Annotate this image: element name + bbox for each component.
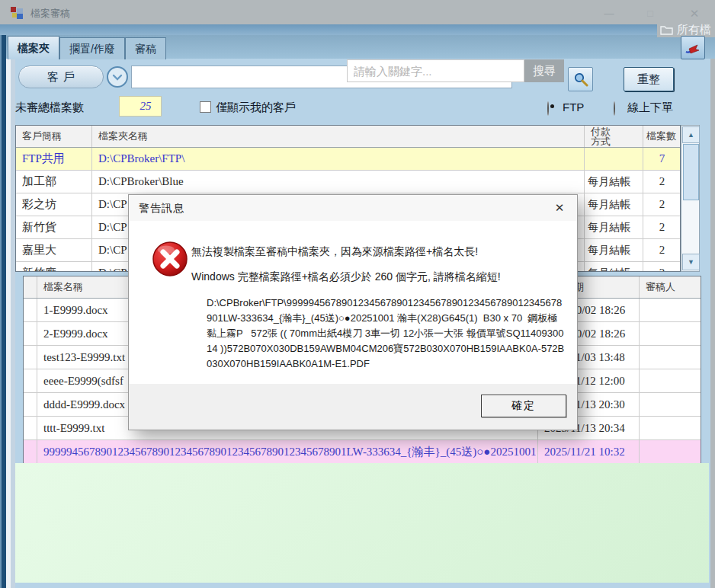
unreviewed-count-label: 未審總檔案數 <box>15 101 84 115</box>
cell-payment: 每月結帳 <box>585 239 643 261</box>
unreviewed-count-value: 25 <box>119 96 162 117</box>
keyword-search-input[interactable] <box>347 59 524 82</box>
tab-bar: 檔案夾 擱置/作廢 審稿 <box>8 36 166 59</box>
tab-review-label: 審稿 <box>135 43 156 55</box>
cell-count: 2 <box>643 171 681 193</box>
cell-folder: D:\CPBroker\Blue <box>92 171 585 193</box>
dialog-close-button[interactable]: ✕ <box>542 195 577 221</box>
cell-reviewer <box>640 346 701 369</box>
tab-review[interactable]: 審稿 <box>125 37 166 59</box>
scroll-down-button[interactable]: ▼ <box>682 254 700 270</box>
cell-selector <box>24 346 37 369</box>
scroll-down-icon: ▼ <box>688 258 694 266</box>
only-my-customers-label: 僅顯示我的客戶 <box>216 101 296 115</box>
online-order-radio-label: 線上下單 <box>627 101 673 115</box>
dialog-close-icon: ✕ <box>555 201 565 215</box>
ok-button-label: 確定 <box>511 399 536 413</box>
tab-folders[interactable]: 檔案夾 <box>8 36 59 59</box>
tab-hold-void[interactable]: 擱置/作廢 <box>59 37 125 59</box>
cell-customer: 新竹貨 <box>16 216 92 238</box>
minimize-button[interactable]: — <box>599 6 619 21</box>
header-payment-label: 付款方式 <box>591 126 614 146</box>
header-customer[interactable]: 客戶簡稱 <box>16 126 92 147</box>
cell-count: 2 <box>643 216 681 238</box>
dialog-footer: 確定 <box>129 384 577 430</box>
cell-reviewer <box>640 299 701 321</box>
dialog-titlebar: 警告訊息 ✕ <box>129 195 577 221</box>
app-icon-blue-square <box>17 14 23 19</box>
cell-selector <box>24 393 37 416</box>
cell-customer: 加工部 <box>16 171 92 193</box>
dialog-file-path: D:\CPBroker\FTP\999994567890123456789012… <box>207 296 565 372</box>
customer-button[interactable]: 客戶 <box>18 66 104 88</box>
scroll-up-button[interactable]: ▲ <box>682 126 700 143</box>
cell-selector <box>24 299 37 321</box>
app-icon-gray-square <box>17 8 23 14</box>
cell-selector <box>24 369 37 392</box>
dialog-message-1: 無法複製檔案至審稿中檔案夾，因為來源檔案路徑+檔名太長! <box>191 245 478 259</box>
exit-button[interactable] <box>681 36 705 59</box>
cell-date: 2025/11/21 10:32 <box>538 440 640 463</box>
ftp-radio[interactable] <box>547 101 549 116</box>
cell-reviewer <box>640 322 701 345</box>
cell-folder: D:\CPBroker\FTP\ <box>92 148 585 170</box>
folders-table-header: 客戶簡稱 檔案夾名稱 付款方式 檔案數 <box>16 126 680 148</box>
maximize-button[interactable]: □ <box>640 6 660 21</box>
cell-payment <box>585 148 643 170</box>
maximize-icon: □ <box>647 8 653 19</box>
cell-reviewer <box>640 393 701 416</box>
cell-customer: 嘉里大 <box>16 239 92 261</box>
advanced-search-button[interactable] <box>568 67 593 91</box>
tab-folders-label: 檔案夾 <box>18 42 50 54</box>
cell-reviewer <box>640 417 701 439</box>
preview-panel <box>15 463 709 583</box>
window-title: 檔案審稿 <box>30 7 70 21</box>
warning-dialog: 警告訊息 ✕ 無法複製檔案至審稿中檔案夾，因為來源檔案路徑+檔名太長! Wind… <box>128 194 578 430</box>
cell-selector <box>24 440 37 463</box>
refresh-button-label: 重整 <box>637 72 660 87</box>
cell-payment: 每月結帳 <box>585 193 643 216</box>
search-button[interactable]: 搜尋 <box>524 59 564 82</box>
customer-button-label: 客戶 <box>47 70 79 85</box>
header-folder[interactable]: 檔案夾名稱 <box>92 126 585 147</box>
cell-count: 2 <box>643 193 681 216</box>
cell-count: 7 <box>643 148 681 170</box>
header-reviewer[interactable]: 審稿人 <box>640 276 701 298</box>
customer-dropdown-button[interactable] <box>107 66 128 88</box>
window-titlebar: 檔案審稿 — □ ✕ <box>0 0 715 24</box>
only-my-customers-checkbox[interactable] <box>200 101 211 113</box>
cell-count: 2 <box>643 262 681 272</box>
scrollbar-thumb[interactable] <box>683 144 699 200</box>
minimize-icon: — <box>604 8 614 19</box>
error-icon <box>152 241 188 277</box>
folders-table-scrollbar[interactable]: ▲ ▼ <box>681 125 700 272</box>
app-icon-red-square <box>11 7 16 12</box>
cell-customer: 新竹廠 <box>16 262 92 272</box>
close-icon: ✕ <box>690 7 700 20</box>
magnifier-icon <box>573 72 588 87</box>
header-count[interactable]: 檔案數 <box>643 126 681 147</box>
cell-count: 2 <box>643 239 681 261</box>
cell-selector <box>24 322 37 345</box>
app-window: 檔案審稿 — □ ✕ 所有檔 檔案夾 擱置/作廢 審稿 客戶 <box>0 0 715 588</box>
scroll-up-icon: ▲ <box>688 131 694 139</box>
window-chrome-band <box>0 24 715 35</box>
exit-arrow-icon <box>685 40 701 56</box>
header-selector <box>24 276 37 298</box>
cell-reviewer <box>640 440 701 463</box>
app-icon <box>11 7 23 19</box>
search-button-label: 搜尋 <box>533 64 556 78</box>
table-row[interactable]: 加工部 D:\CPBroker\Blue 每月結帳 2 <box>16 171 680 193</box>
cell-customer: 彩之坊 <box>16 193 92 216</box>
ftp-radio-label: FTP <box>563 101 584 113</box>
header-payment[interactable]: 付款方式 <box>585 126 643 147</box>
refresh-button[interactable]: 重整 <box>624 67 674 91</box>
table-row-selected[interactable]: 9999945678901234567890123456789012345678… <box>24 440 701 464</box>
table-row[interactable]: FTP共用 D:\CPBroker\FTP\ 7 <box>16 148 680 171</box>
ok-button[interactable]: 確定 <box>481 395 566 417</box>
folder-icon <box>660 24 673 35</box>
online-order-radio[interactable] <box>614 101 615 116</box>
cell-reviewer <box>640 369 701 392</box>
cell-payment: 每月結帳 <box>585 171 643 193</box>
close-button[interactable]: ✕ <box>685 6 704 21</box>
